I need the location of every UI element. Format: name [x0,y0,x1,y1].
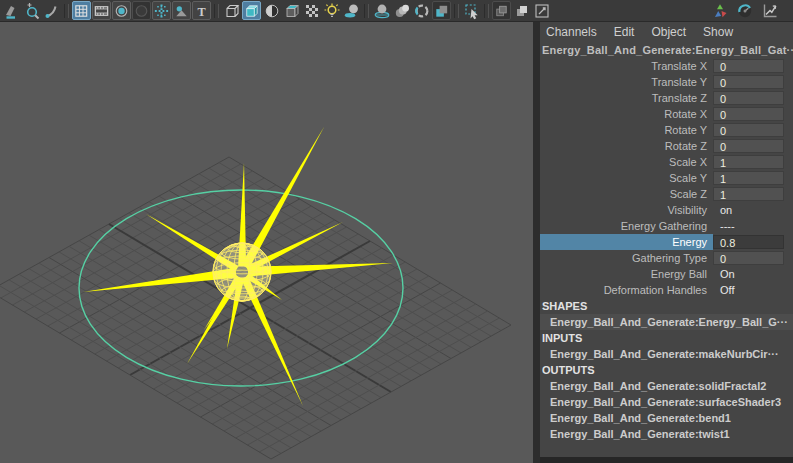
toolbar-group-2 [222,1,361,20]
channel-row-deformation-handles: Deformation HandlesOff [540,282,793,298]
isolate-select-icon[interactable] [432,1,451,20]
toolbar-group-0 [2,1,61,20]
safe-title-icon[interactable]: T [192,1,211,20]
menu-object[interactable]: Object [651,25,686,39]
show-grid-icon[interactable] [72,1,91,20]
channel-label-energy-gathering[interactable]: Energy Gathering [540,220,713,232]
channel-value-energy-gathering[interactable]: ---- [713,220,735,232]
channel-value-zone: 0 [713,122,793,138]
gate-mask-icon[interactable] [132,1,151,20]
node-item[interactable]: Energy_Ball_And_Generate:solidFractal2 [540,378,793,394]
motion-blur-icon[interactable] [392,1,411,20]
viewport[interactable] [0,22,533,463]
channel-field-rotate-z[interactable]: 0 [713,139,784,153]
film-gate-icon[interactable] [92,1,111,20]
select-camera-icon[interactable] [2,1,21,20]
node-item[interactable]: Energy_Ball_And_Generate:makeNurbCir··· [540,346,793,362]
menu-edit[interactable]: Edit [614,25,635,39]
use-default-material-icon[interactable] [302,1,321,20]
channel-row-translate-x: Translate X0 [540,58,793,74]
channel-field-energy[interactable]: 0.8 [713,235,784,249]
xray-icon[interactable] [492,1,511,20]
axis-tricolor-icon[interactable] [710,1,729,20]
node-item[interactable]: Energy_Ball_And_Generate:bend1 [540,410,793,426]
node-item[interactable]: Energy_Ball_And_Generate:surfaceShader3 [540,394,793,410]
channel-label-rotate-x[interactable]: Rotate X [540,108,713,120]
channel-label-scale-x[interactable]: Scale X [540,156,713,168]
channel-value-deformation-handles[interactable]: Off [713,284,734,296]
channel-field-scale-x[interactable]: 1 [713,155,784,169]
xray-joints-icon[interactable] [512,1,531,20]
channel-field-translate-x[interactable]: 0 [713,59,784,73]
viewport-toolbar-icons: T [0,0,551,21]
channel-field-rotate-x[interactable]: 0 [713,107,784,121]
channel-label-gathering-type[interactable]: Gathering Type [540,252,713,264]
energy-ball-sphere[interactable] [213,243,271,301]
graph-editor-icon[interactable] [760,1,779,20]
channel-row-energy-gathering: Energy Gathering---- [540,218,793,234]
edit-box-icon[interactable] [532,1,551,20]
toolbar-separator [214,4,219,18]
anti-aliasing-icon[interactable] [412,1,431,20]
resolution-gate-icon[interactable] [112,1,131,20]
shadows-icon[interactable] [342,1,361,20]
channel-field-translate-y[interactable]: 0 [713,75,784,89]
channel-label-visibility[interactable]: Visibility [540,204,713,216]
channel-value-zone: 1 [713,154,793,170]
channel-value-zone: ---- [713,218,793,234]
menu-channels[interactable]: Channels [546,25,597,39]
maya-window: { "toolbar": { "groups": [ {"icons": [ {… [0,0,793,463]
grease-pencil-icon[interactable] [42,1,61,20]
safe-action-icon[interactable] [172,1,191,20]
channel-label-energy-ball[interactable]: Energy Ball [540,268,713,280]
channel-row-translate-y: Translate Y0 [540,74,793,90]
channel-field-scale-y[interactable]: 1 [713,171,784,185]
channel-value-energy-ball[interactable]: On [713,268,735,280]
channel-row-scale-z: Scale Z1 [540,186,793,202]
toolbar-group-3 [372,1,451,20]
pan-zoom-tool-icon[interactable] [22,1,41,20]
channel-label-deformation-handles[interactable]: Deformation Handles [540,284,713,296]
wireframe-on-shaded-icon[interactable] [262,1,281,20]
channel-value-zone: 0 [713,90,793,106]
panel-bottom-edge [540,457,793,463]
smooth-shade-all-icon[interactable] [242,1,261,20]
channel-box: ChannelsEditObjectShow Energy_Ball_And_G… [540,22,793,463]
channel-label-translate-y[interactable]: Translate Y [540,76,713,88]
channel-label-translate-z[interactable]: Translate Z [540,92,713,104]
channel-label-scale-z[interactable]: Scale Z [540,188,713,200]
menu-show[interactable]: Show [703,25,733,39]
toolbar-separator [64,4,69,18]
panel-resize-handle[interactable] [533,22,540,463]
field-chart-icon[interactable] [152,1,171,20]
toolbar-group-1: T [72,1,211,20]
svg-text:T: T [197,4,205,18]
node-item[interactable]: Energy_Ball_And_Generate:twist1 [540,426,793,442]
use-all-lights-icon[interactable] [322,1,341,20]
marquee-select-icon[interactable] [462,1,481,20]
channel-row-translate-z: Translate Z0 [540,90,793,106]
node-item[interactable]: Energy_Ball_And_Generate:Energy_Ball_G··… [540,314,793,330]
dial-gauge-icon[interactable] [735,1,754,20]
channel-label-rotate-y[interactable]: Rotate Y [540,124,713,136]
channel-value-zone: 0 [713,74,793,90]
channel-row-rotate-y: Rotate Y0 [540,122,793,138]
textured-icon[interactable] [282,1,301,20]
screen-space-ao-icon[interactable] [372,1,391,20]
channel-label-scale-y[interactable]: Scale Y [540,172,713,184]
channel-row-energy: Energy0.8 [540,234,793,250]
wireframe-icon[interactable] [222,1,241,20]
channel-value-zone: 0 [713,138,793,154]
channel-label-energy[interactable]: Energy [540,234,713,250]
channel-label-translate-x[interactable]: Translate X [540,60,713,72]
channel-field-gathering-type[interactable]: 0 [713,251,784,265]
channel-value-visibility[interactable]: on [713,204,732,216]
channel-row-rotate-z: Rotate Z0 [540,138,793,154]
channel-box-attributes: Translate X0Translate Y0Translate Z0Rota… [540,58,793,298]
channel-field-translate-z[interactable]: 0 [713,91,784,105]
channel-field-rotate-y[interactable]: 0 [713,123,784,137]
toolbar-right-icons [710,1,793,20]
channel-label-rotate-z[interactable]: Rotate Z [540,140,713,152]
channel-value-zone: 0 [713,106,793,122]
channel-field-scale-z[interactable]: 1 [713,187,784,201]
